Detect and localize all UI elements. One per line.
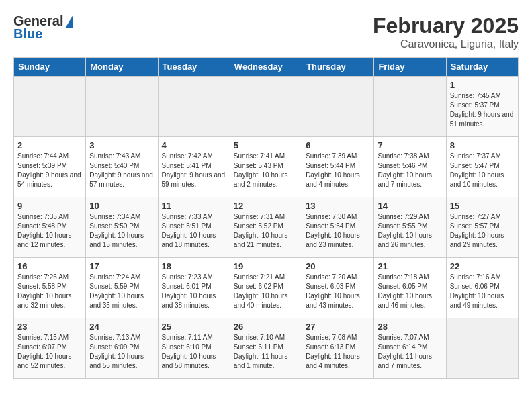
day-number: 18 [162, 261, 226, 271]
logo-triangle-icon [65, 15, 73, 28]
day-number: 20 [306, 261, 370, 271]
calendar-week-2: 2Sunrise: 7:44 AM Sunset: 5:39 PM Daylig… [14, 137, 519, 197]
day-number: 3 [89, 140, 154, 150]
calendar-cell: 4Sunrise: 7:42 AM Sunset: 5:41 PM Daylig… [158, 137, 230, 197]
day-info: Sunrise: 7:20 AM Sunset: 6:03 PM Dayligh… [306, 273, 370, 310]
title-area: February 2025 Caravonica, Liguria, Italy [373, 13, 519, 50]
day-number: 23 [17, 322, 82, 332]
calendar-cell: 23Sunrise: 7:15 AM Sunset: 6:07 PM Dayli… [14, 318, 86, 379]
day-info: Sunrise: 7:29 AM Sunset: 5:55 PM Dayligh… [378, 212, 442, 250]
day-number: 19 [234, 261, 298, 271]
calendar-cell: 1Sunrise: 7:45 AM Sunset: 5:37 PM Daylig… [446, 77, 518, 137]
day-info: Sunrise: 7:08 AM Sunset: 6:13 PM Dayligh… [306, 333, 370, 371]
day-number: 14 [378, 201, 442, 211]
calendar-cell: 2Sunrise: 7:44 AM Sunset: 5:39 PM Daylig… [14, 137, 86, 197]
weekday-saturday: Saturday [446, 58, 518, 77]
day-info: Sunrise: 7:18 AM Sunset: 6:05 PM Dayligh… [378, 273, 442, 310]
day-info: Sunrise: 7:07 AM Sunset: 6:14 PM Dayligh… [378, 333, 442, 371]
day-info: Sunrise: 7:11 AM Sunset: 6:10 PM Dayligh… [162, 333, 226, 371]
day-number: 28 [378, 322, 442, 332]
day-info: Sunrise: 7:44 AM Sunset: 5:39 PM Dayligh… [17, 152, 82, 189]
calendar-cell [230, 77, 302, 137]
calendar-cell: 18Sunrise: 7:23 AM Sunset: 6:01 PM Dayli… [158, 258, 230, 318]
day-number: 2 [17, 140, 82, 150]
calendar-cell: 6Sunrise: 7:39 AM Sunset: 5:44 PM Daylig… [302, 137, 374, 197]
day-info: Sunrise: 7:45 AM Sunset: 5:37 PM Dayligh… [450, 91, 515, 129]
day-number: 26 [234, 322, 298, 332]
calendar-cell: 11Sunrise: 7:33 AM Sunset: 5:51 PM Dayli… [158, 197, 230, 258]
calendar-cell: 27Sunrise: 7:08 AM Sunset: 6:13 PM Dayli… [302, 318, 374, 379]
day-info: Sunrise: 7:33 AM Sunset: 5:51 PM Dayligh… [162, 212, 226, 250]
day-number: 25 [162, 322, 226, 332]
calendar-cell: 21Sunrise: 7:18 AM Sunset: 6:05 PM Dayli… [374, 258, 446, 318]
day-number: 4 [162, 140, 226, 150]
weekday-tuesday: Tuesday [158, 58, 230, 77]
weekday-friday: Friday [374, 58, 446, 77]
calendar-cell: 5Sunrise: 7:41 AM Sunset: 5:43 PM Daylig… [230, 137, 302, 197]
calendar-week-4: 16Sunrise: 7:26 AM Sunset: 5:58 PM Dayli… [14, 258, 519, 318]
calendar-cell: 16Sunrise: 7:26 AM Sunset: 5:58 PM Dayli… [14, 258, 86, 318]
day-number: 22 [450, 261, 515, 271]
month-title: February 2025 [373, 13, 519, 38]
calendar-cell: 13Sunrise: 7:30 AM Sunset: 5:54 PM Dayli… [302, 197, 374, 258]
day-info: Sunrise: 7:37 AM Sunset: 5:47 PM Dayligh… [450, 152, 515, 189]
calendar-cell: 14Sunrise: 7:29 AM Sunset: 5:55 PM Dayli… [374, 197, 446, 258]
day-number: 6 [306, 140, 370, 150]
logo-blue: Blue [13, 26, 42, 42]
day-number: 1 [450, 80, 515, 90]
day-info: Sunrise: 7:10 AM Sunset: 6:11 PM Dayligh… [234, 333, 298, 371]
calendar-cell: 22Sunrise: 7:16 AM Sunset: 6:06 PM Dayli… [446, 258, 518, 318]
day-info: Sunrise: 7:41 AM Sunset: 5:43 PM Dayligh… [234, 152, 298, 189]
day-info: Sunrise: 7:23 AM Sunset: 6:01 PM Dayligh… [162, 273, 226, 310]
calendar-cell [374, 77, 446, 137]
page-header: General Blue February 2025 Caravonica, L… [13, 13, 519, 50]
weekday-sunday: Sunday [14, 58, 86, 77]
calendar-cell: 28Sunrise: 7:07 AM Sunset: 6:14 PM Dayli… [374, 318, 446, 379]
day-info: Sunrise: 7:31 AM Sunset: 5:52 PM Dayligh… [234, 212, 298, 250]
day-info: Sunrise: 7:15 AM Sunset: 6:07 PM Dayligh… [17, 333, 82, 371]
calendar-table: SundayMondayTuesdayWednesdayThursdayFrid… [13, 57, 519, 379]
day-number: 7 [378, 140, 442, 150]
day-number: 16 [17, 261, 82, 271]
day-info: Sunrise: 7:16 AM Sunset: 6:06 PM Dayligh… [450, 273, 515, 310]
day-number: 10 [89, 201, 154, 211]
day-number: 21 [378, 261, 442, 271]
day-number: 11 [162, 201, 226, 211]
calendar-week-1: 1Sunrise: 7:45 AM Sunset: 5:37 PM Daylig… [14, 77, 519, 137]
weekday-thursday: Thursday [302, 58, 374, 77]
calendar-cell: 3Sunrise: 7:43 AM Sunset: 5:40 PM Daylig… [86, 137, 158, 197]
weekday-wednesday: Wednesday [230, 58, 302, 77]
calendar-cell: 26Sunrise: 7:10 AM Sunset: 6:11 PM Dayli… [230, 318, 302, 379]
calendar-cell: 17Sunrise: 7:24 AM Sunset: 5:59 PM Dayli… [86, 258, 158, 318]
day-number: 13 [306, 201, 370, 211]
calendar-week-3: 9Sunrise: 7:35 AM Sunset: 5:48 PM Daylig… [14, 197, 519, 258]
day-info: Sunrise: 7:34 AM Sunset: 5:50 PM Dayligh… [89, 212, 154, 250]
weekday-monday: Monday [86, 58, 158, 77]
day-number: 8 [450, 140, 515, 150]
day-info: Sunrise: 7:13 AM Sunset: 6:09 PM Dayligh… [89, 333, 154, 371]
day-number: 17 [89, 261, 154, 271]
day-info: Sunrise: 7:30 AM Sunset: 5:54 PM Dayligh… [306, 212, 370, 250]
calendar-cell [158, 77, 230, 137]
day-number: 27 [306, 322, 370, 332]
calendar-cell: 25Sunrise: 7:11 AM Sunset: 6:10 PM Dayli… [158, 318, 230, 379]
calendar-cell [86, 77, 158, 137]
calendar-cell: 19Sunrise: 7:21 AM Sunset: 6:02 PM Dayli… [230, 258, 302, 318]
calendar-cell: 10Sunrise: 7:34 AM Sunset: 5:50 PM Dayli… [86, 197, 158, 258]
day-number: 24 [89, 322, 154, 332]
day-number: 12 [234, 201, 298, 211]
calendar-cell [446, 318, 518, 379]
calendar-cell: 15Sunrise: 7:27 AM Sunset: 5:57 PM Dayli… [446, 197, 518, 258]
logo: General Blue [13, 13, 73, 42]
day-info: Sunrise: 7:42 AM Sunset: 5:41 PM Dayligh… [162, 152, 226, 189]
weekday-header-row: SundayMondayTuesdayWednesdayThursdayFrid… [14, 58, 519, 77]
calendar-body: 1Sunrise: 7:45 AM Sunset: 5:37 PM Daylig… [14, 77, 519, 379]
day-info: Sunrise: 7:24 AM Sunset: 5:59 PM Dayligh… [89, 273, 154, 310]
calendar-cell: 20Sunrise: 7:20 AM Sunset: 6:03 PM Dayli… [302, 258, 374, 318]
calendar-cell: 24Sunrise: 7:13 AM Sunset: 6:09 PM Dayli… [86, 318, 158, 379]
day-info: Sunrise: 7:39 AM Sunset: 5:44 PM Dayligh… [306, 152, 370, 189]
calendar-cell: 7Sunrise: 7:38 AM Sunset: 5:46 PM Daylig… [374, 137, 446, 197]
calendar-cell [302, 77, 374, 137]
day-info: Sunrise: 7:43 AM Sunset: 5:40 PM Dayligh… [89, 152, 154, 189]
calendar-cell: 8Sunrise: 7:37 AM Sunset: 5:47 PM Daylig… [446, 137, 518, 197]
